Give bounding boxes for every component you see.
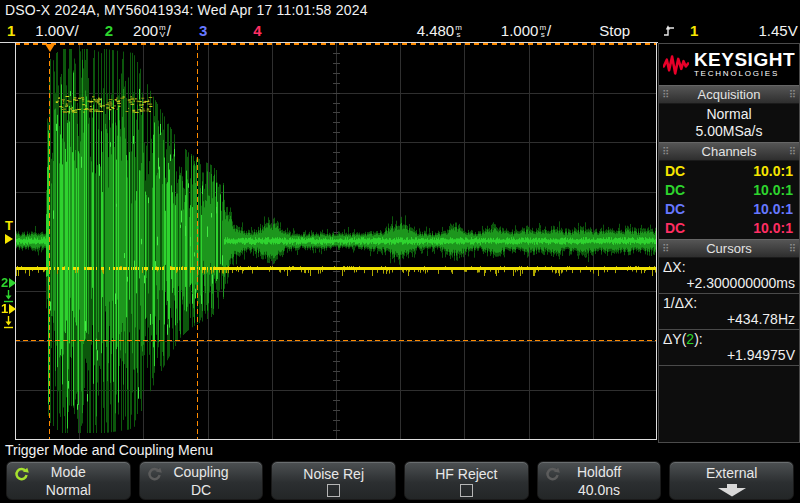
oscilloscope-screen: DSO-X 2024A, MY56041934: Wed Apr 17 11:0… — [0, 0, 800, 503]
cursor-delta-x-value: +2.300000000ms — [663, 275, 795, 291]
softkey-external[interactable]: External — [669, 461, 794, 500]
acquisition-header[interactable]: ⠿ Acquisition ⠿ — [659, 85, 799, 104]
menu-status-text: Trigger Mode and Coupling Menu — [0, 442, 800, 460]
channel2-number: 2 — [105, 22, 113, 39]
grip-left-icon: ⠿ — [662, 147, 669, 157]
channel1-setting[interactable]: 1 1.00V/ — [7, 22, 79, 39]
channel2-scale-slash: / — [167, 22, 171, 39]
softkey-mode-value: Normal — [46, 481, 91, 499]
acquisition-body: Normal 5.00MSa/s — [659, 104, 799, 142]
channel4-row: DC 10.0:1 — [659, 219, 799, 238]
rotate-knob-icon — [14, 467, 29, 486]
softkey-hf-reject[interactable]: HF Reject — [404, 461, 529, 500]
channel2-ground-marker[interactable]: 2 — [1, 277, 16, 289]
channel3-setting[interactable]: 3 — [199, 22, 207, 39]
waveform-canvas — [15, 43, 657, 440]
horizontal-delay[interactable]: 4.480 ms — [417, 22, 463, 39]
hf-reject-checkbox[interactable] — [460, 484, 473, 497]
delay-unit: ms — [455, 24, 462, 38]
channel1-ground-icon — [3, 316, 14, 329]
grip-left-icon: ⠿ — [662, 244, 669, 254]
channel1-marker-label: 1 — [1, 303, 8, 315]
cursor-inverse-delta-x-value: +434.78Hz — [663, 311, 795, 327]
trigger-marker-arrow-icon — [5, 234, 13, 244]
trigger-source: 1 — [690, 22, 698, 39]
channel1-ground-marker[interactable]: 1 — [1, 303, 16, 315]
brand-name: KEYSIGHT — [694, 51, 795, 69]
title-bar: DSO-X 2024A, MY56041934: Wed Apr 17 11:0… — [0, 0, 800, 19]
timebase-unit: ms — [539, 24, 546, 38]
channel2-row: DC 10.0:1 — [659, 181, 799, 200]
cursor-delta-y: ΔY(2): +1.94975V — [659, 330, 799, 366]
cursor-delta-y-value: +1.94975V — [663, 347, 795, 363]
channel1-row: DC 10.0:1 — [659, 162, 799, 181]
channel3-number: 3 — [199, 22, 207, 39]
channel1-scale: 1.00V/ — [35, 22, 78, 39]
timebase-setting[interactable]: 1.000 ms / — [501, 22, 551, 39]
channel3-row: DC 10.0:1 — [659, 200, 799, 219]
waveform-display: T 2 1 — [0, 43, 658, 441]
down-arrow-icon — [715, 484, 749, 497]
acquisition-mode: Normal — [659, 106, 799, 123]
cursor-delta-x: ΔX: +2.300000000ms — [659, 258, 799, 294]
cursor-delta-y-channel: 2 — [686, 331, 694, 347]
softkey-mode[interactable]: Mode Normal — [6, 461, 131, 500]
softkey-noise-rej[interactable]: Noise Rej — [271, 461, 396, 500]
softkey-holdoff-value: 40.0ns — [578, 481, 620, 499]
channel1-marker-arrow-icon — [9, 304, 16, 314]
channel4-number: 4 — [253, 22, 261, 39]
channel2-setting[interactable]: 2 200 mV / — [105, 22, 171, 39]
grip-left-icon: ⠿ — [662, 90, 669, 100]
channel2-marker-arrow-icon — [9, 278, 16, 288]
rotate-knob-icon — [545, 467, 560, 486]
softkey-coupling-value: DC — [191, 481, 211, 499]
sample-rate: 5.00MSa/s — [659, 123, 799, 140]
noise-rej-checkbox[interactable] — [327, 484, 340, 497]
trigger-edge-icon — [663, 23, 676, 38]
run-state: Stop — [599, 22, 630, 39]
channels-header[interactable]: ⠿ Channels ⠿ — [659, 142, 799, 161]
trigger-level: 1.45V — [758, 22, 797, 39]
status-bar: 1 1.00V/ 2 200 mV / 3 4 4.480 ms 1.000 m… — [0, 19, 800, 42]
cursors-body: ΔX: +2.300000000ms 1/ΔX: +434.78Hz ΔY(2)… — [659, 258, 799, 442]
grip-right-icon: ⠿ — [789, 244, 796, 254]
channel4-setting[interactable]: 4 — [253, 22, 261, 39]
softkey-row: Mode Normal Coupling DC Noise Rej HF Rej… — [0, 460, 800, 503]
brand-subtitle: TECHNOLOGIES — [694, 69, 795, 78]
cursor-inverse-delta-x: 1/ΔX: +434.78Hz — [659, 294, 799, 330]
rotate-knob-icon — [147, 467, 162, 486]
brand-logo: KEYSIGHT TECHNOLOGIES — [659, 44, 799, 85]
softkey-coupling[interactable]: Coupling DC — [139, 461, 264, 500]
trigger-marker-label: T — [5, 220, 13, 232]
grip-right-icon: ⠿ — [789, 90, 796, 100]
grip-right-icon: ⠿ — [789, 147, 796, 157]
channels-body: DC 10.0:1 DC 10.0:1 DC 10.0:1 DC 10.0:1 — [659, 161, 799, 239]
channel2-marker-label: 2 — [1, 277, 8, 289]
side-panel: KEYSIGHT TECHNOLOGIES ⠿ Acquisition ⠿ No… — [658, 43, 800, 443]
channel2-scale-value: 200 — [133, 22, 158, 39]
cursors-header[interactable]: ⠿ Cursors ⠿ — [659, 239, 799, 258]
channel1-number: 1 — [7, 22, 15, 39]
channel2-scale-unit: mV — [159, 24, 166, 38]
softkey-holdoff[interactable]: Holdoff 40.0ns — [537, 461, 662, 500]
trigger-level-marker[interactable]: T — [5, 220, 13, 244]
keysight-logo-icon — [663, 50, 689, 80]
